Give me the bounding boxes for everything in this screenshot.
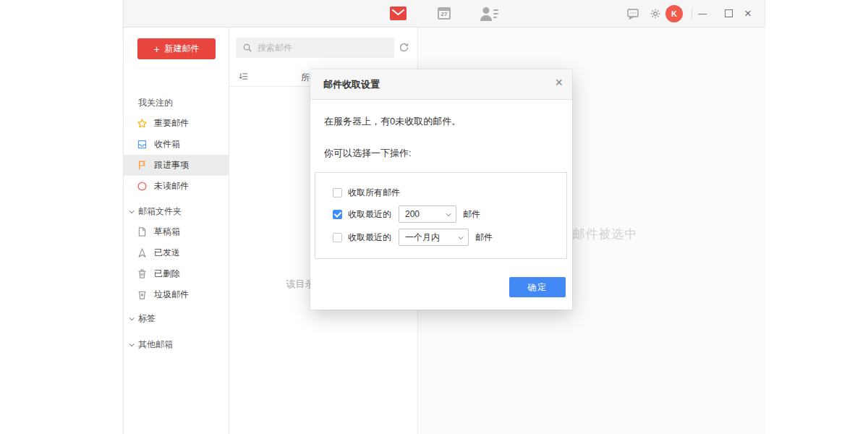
labels-group-header[interactable]: 标签 bbox=[129, 312, 156, 325]
trash-icon bbox=[137, 268, 148, 279]
chevron-down-icon bbox=[129, 208, 135, 213]
chevron-down-icon bbox=[129, 315, 135, 320]
sidebar-item-label: 已删除 bbox=[154, 268, 180, 280]
avatar[interactable]: K bbox=[665, 5, 683, 22]
search-input[interactable] bbox=[258, 43, 380, 53]
folders-group-label: 邮箱文件夹 bbox=[138, 205, 182, 218]
period-select[interactable]: 一个月内 bbox=[399, 229, 469, 246]
chevron-down-icon bbox=[446, 211, 451, 216]
option-row-all: 收取所有邮件 bbox=[333, 187, 400, 199]
sidebar-item-followups[interactable]: 跟进事项 bbox=[124, 155, 229, 176]
inbox-icon bbox=[137, 139, 148, 150]
search-icon bbox=[242, 43, 252, 53]
minimize-button[interactable] bbox=[697, 9, 707, 19]
option-label[interactable]: 收取最近的 bbox=[348, 208, 391, 221]
followed-group-header: 我关注的 bbox=[138, 97, 173, 109]
dialog-close-icon[interactable]: × bbox=[555, 75, 563, 90]
window-close-button[interactable]: × bbox=[744, 5, 752, 22]
sidebar-item-label: 收件箱 bbox=[154, 138, 180, 150]
sidebar-item-unread[interactable]: 未读邮件 bbox=[124, 176, 229, 197]
checkbox-recent-count[interactable] bbox=[333, 210, 342, 219]
feedback-icon[interactable] bbox=[627, 9, 639, 22]
mail-tab-icon[interactable] bbox=[390, 7, 407, 23]
checkbox-recent-period[interactable] bbox=[333, 233, 342, 242]
mail-app-window: 27 K × + 新建邮件 我关注的 重要邮件 bbox=[123, 0, 765, 434]
settings-gear-icon[interactable] bbox=[650, 8, 661, 22]
contacts-tab-icon[interactable] bbox=[480, 7, 498, 24]
avatar-letter: K bbox=[671, 9, 677, 18]
option-row-recent-count: 收取最近的 200 邮件 bbox=[333, 205, 480, 223]
chevron-down-icon bbox=[459, 234, 464, 239]
flag-icon bbox=[137, 160, 148, 171]
sidebar-item-important[interactable]: 重要邮件 bbox=[124, 113, 229, 134]
count-select[interactable]: 200 bbox=[399, 205, 456, 223]
star-icon bbox=[137, 118, 148, 129]
sidebar: + 新建邮件 我关注的 重要邮件 收件箱 跟进事项 未读邮件 bbox=[124, 27, 229, 434]
confirm-button[interactable]: 确定 bbox=[509, 277, 566, 297]
calendar-day: 27 bbox=[441, 11, 448, 17]
dialog-message: 在服务器上，有0未收取的邮件。 bbox=[324, 115, 461, 128]
dialog-title: 邮件收取设置 bbox=[323, 79, 380, 90]
sidebar-item-junk[interactable]: 垃圾邮件 bbox=[124, 284, 229, 305]
dialog-prompt: 你可以选择一下操作: bbox=[324, 147, 412, 160]
dialog-header: 邮件收取设置 bbox=[310, 69, 572, 100]
sidebar-item-label: 垃圾邮件 bbox=[154, 289, 189, 301]
plus-icon: + bbox=[153, 44, 159, 54]
option-suffix: 邮件 bbox=[475, 231, 493, 244]
unread-circle-icon bbox=[137, 181, 148, 192]
top-bar: 27 K × bbox=[124, 0, 765, 27]
sidebar-item-deleted[interactable]: 已删除 bbox=[124, 263, 229, 284]
sent-icon bbox=[137, 247, 148, 258]
option-row-recent-period: 收取最近的 一个月内 邮件 bbox=[333, 229, 493, 246]
option-suffix: 邮件 bbox=[463, 208, 480, 221]
sidebar-item-inbox[interactable]: 收件箱 bbox=[124, 134, 229, 155]
checkbox-retrieve-all[interactable] bbox=[333, 188, 342, 197]
search-box[interactable] bbox=[236, 38, 394, 58]
folders-group-header[interactable]: 邮箱文件夹 bbox=[129, 205, 182, 218]
compose-label: 新建邮件 bbox=[165, 43, 200, 55]
draft-icon bbox=[137, 226, 148, 237]
option-label[interactable]: 收取最近的 bbox=[348, 231, 391, 244]
option-label[interactable]: 收取所有邮件 bbox=[348, 187, 400, 199]
mail-retrieval-settings-dialog: 邮件收取设置 × 在服务器上，有0未收取的邮件。 你可以选择一下操作: 收取所有… bbox=[310, 69, 572, 310]
topbar-divider bbox=[692, 8, 692, 20]
count-select-value: 200 bbox=[405, 209, 420, 219]
options-box: 收取所有邮件 收取最近的 200 邮件 收取最近的 一个月内 邮件 bbox=[315, 172, 567, 259]
calendar-tab-icon[interactable]: 27 bbox=[438, 7, 451, 20]
sidebar-item-label: 草稿箱 bbox=[154, 226, 180, 238]
sidebar-item-label: 已发送 bbox=[154, 247, 180, 259]
refresh-icon[interactable] bbox=[399, 42, 409, 53]
sidebar-item-drafts[interactable]: 草稿箱 bbox=[124, 221, 229, 242]
other-mailbox-group-label: 其他邮箱 bbox=[138, 339, 173, 351]
chevron-down-icon bbox=[129, 341, 135, 346]
other-mailbox-group-header[interactable]: 其他邮箱 bbox=[129, 339, 173, 351]
sidebar-item-sent[interactable]: 已发送 bbox=[124, 242, 229, 263]
sidebar-item-label: 重要邮件 bbox=[154, 117, 189, 129]
sidebar-item-label: 未读邮件 bbox=[154, 180, 189, 192]
sort-icon[interactable] bbox=[238, 71, 249, 82]
period-select-value: 一个月内 bbox=[405, 231, 440, 244]
compose-button[interactable]: + 新建邮件 bbox=[137, 38, 216, 59]
junk-icon bbox=[137, 289, 148, 300]
labels-group-label: 标签 bbox=[138, 312, 156, 325]
sidebar-item-label: 跟进事项 bbox=[154, 159, 189, 171]
maximize-button[interactable] bbox=[725, 9, 733, 17]
